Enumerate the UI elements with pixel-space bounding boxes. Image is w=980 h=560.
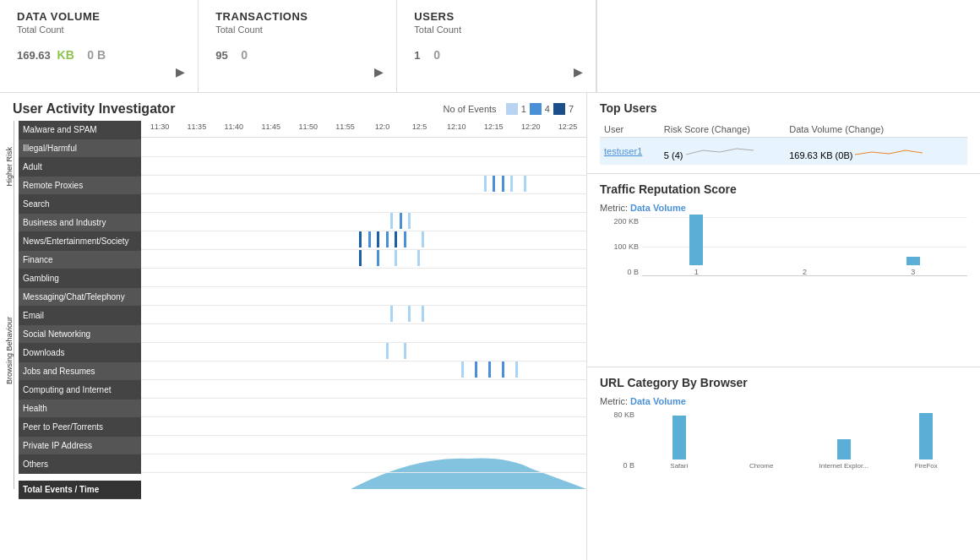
data-volume-sub: Total Count — [17, 24, 181, 35]
safari-rect — [672, 416, 686, 459]
cat-p2p: Peer to Peer/Torrents — [19, 418, 141, 437]
transactions-value: 95 0 ▶ — [215, 38, 379, 65]
time-header: 11:30 11:35 11:40 11:45 11:50 11:55 12:0… — [141, 121, 586, 138]
cat-downloads: Downloads — [19, 344, 141, 362]
heatmap-grid — [141, 138, 586, 535]
ts-125: 12:5 — [400, 122, 438, 135]
bar-2: 2 — [750, 265, 858, 276]
top-users-card: Top Users User Risk Score (Change) Data … — [587, 93, 980, 174]
cat-adult: Adult — [19, 158, 141, 177]
hm-news-1 — [359, 249, 362, 266]
right-panel: Top Users User Risk Score (Change) Data … — [587, 93, 980, 560]
users-card: USERS Total Count 1 0 ▶ — [397, 0, 596, 92]
hm-adult-2 — [493, 175, 495, 192]
ts-1145: 11:45 — [253, 122, 290, 135]
bar-1-rect — [689, 215, 703, 265]
dv-number: 169.63 — [17, 49, 51, 62]
hm-biz-1 — [359, 231, 362, 247]
hm-biz-5 — [395, 231, 397, 247]
cat-illegal: Illegal/Harmful — [19, 139, 141, 158]
higher-risk-label: Higher Risk — [5, 147, 14, 187]
tx-arrow: ▶ — [374, 66, 383, 79]
hm-news-4 — [417, 249, 420, 266]
risk-sparkline — [686, 142, 754, 159]
url-category-title: URL Category By Browser — [600, 376, 967, 389]
cat-jobs: Jobs and Resumes — [19, 362, 141, 381]
col-user: User — [600, 122, 660, 138]
ts-120: 12:0 — [364, 122, 401, 135]
top-users-title: Top Users — [600, 101, 967, 115]
safari-bar: Safari — [638, 410, 721, 470]
bar-3-rect — [906, 257, 920, 265]
traffic-metric-value[interactable]: Data Volume — [630, 203, 686, 213]
ts-1220: 12:20 — [512, 122, 549, 135]
ts-1210: 12:10 — [438, 122, 475, 135]
hm-dl-2 — [475, 361, 477, 378]
users-table: User Risk Score (Change) Data Volume (Ch… — [600, 122, 967, 165]
traffic-metric-label: Metric: Data Volume — [600, 203, 967, 213]
cat-social: Social Networking — [19, 325, 141, 344]
legend-box-7 — [553, 103, 565, 115]
hm-adult-3 — [502, 175, 504, 192]
traffic-chart-inner: 1 2 3 — [642, 217, 967, 293]
hm-search-1 — [390, 212, 393, 229]
users-value: 1 0 ▶ — [414, 38, 578, 65]
traffic-reputation-card: Traffic Reputation Score Metric: Data Vo… — [587, 174, 980, 367]
traffic-reputation-title: Traffic Reputation Score — [600, 182, 967, 196]
col-risk: Risk Score (Change) — [660, 122, 785, 138]
chart-bars: 1 2 3 — [642, 217, 967, 276]
us-number: 1 — [414, 49, 420, 62]
dv-extra: 0 B — [87, 48, 106, 62]
hm-dl-4 — [502, 361, 504, 378]
url-metric-value[interactable]: Data Volume — [630, 396, 686, 406]
risk-score: 5 (4) — [664, 150, 683, 160]
ts-1130: 11:30 — [141, 122, 178, 135]
volume-sparkline — [855, 142, 923, 159]
transactions-sub: Total Count — [215, 24, 379, 35]
dv-unit: KB — [57, 48, 74, 62]
ts-1150: 11:50 — [290, 122, 327, 135]
us-extra: 0 — [433, 48, 440, 62]
hm-msg-3 — [422, 305, 424, 322]
ts-1215: 12:15 — [475, 122, 512, 135]
browser-y-axis: 80 KB 0 B — [600, 410, 638, 470]
risk-cell: 5 (4) — [660, 138, 785, 166]
firefox-bar: FireFox — [885, 410, 968, 470]
hm-dl-5 — [515, 361, 518, 378]
volume-value: 169.63 KB (0B) — [789, 150, 852, 160]
traffic-chart: 200 KB 100 KB 0 B 1 — [600, 217, 967, 293]
legend-val-4: 4 — [545, 104, 550, 114]
cat-gambling: Gambling — [19, 269, 141, 288]
hm-social-1 — [386, 342, 389, 359]
hm-biz-4 — [386, 231, 389, 247]
us-arrow: ▶ — [574, 66, 582, 79]
legend-val-1: 1 — [521, 104, 526, 114]
traffic-y-axis: 200 KB 100 KB 0 B — [600, 217, 642, 276]
cat-messaging: Messaging/Chat/Telephony — [19, 288, 141, 307]
col-volume: Data Volume (Change) — [785, 122, 967, 138]
hm-biz-3 — [377, 231, 379, 247]
legend-box-1 — [506, 103, 518, 115]
hm-social-2 — [404, 342, 406, 359]
hm-msg-2 — [408, 305, 411, 322]
user-link[interactable]: testuser1 — [604, 146, 642, 156]
total-hump-svg — [351, 452, 586, 489]
data-volume-title: DATA VOLUME — [17, 10, 181, 23]
hm-news-2 — [377, 249, 379, 266]
browsing-behaviour-label: Browsing Behaviour — [5, 317, 14, 384]
transactions-title: TRANSACTIONS — [215, 10, 379, 23]
user-cell: testuser1 — [600, 138, 660, 166]
data-volume-value: 169.63 KB 0 B ▶ — [17, 38, 181, 65]
hm-msg-1 — [390, 305, 393, 322]
hm-search-2 — [400, 212, 402, 229]
cat-total: Total Events / Time — [19, 481, 141, 499]
table-row: testuser1 5 (4) 169.63 KB (0B) — [600, 138, 967, 166]
hm-adult-4 — [510, 175, 513, 192]
hm-dl-1 — [461, 361, 464, 378]
hm-biz-2 — [368, 231, 371, 247]
cat-health: Health — [19, 400, 141, 418]
url-metric-label: Metric: Data Volume — [600, 396, 967, 406]
hm-news-3 — [395, 249, 397, 266]
hm-biz-6 — [404, 231, 406, 247]
cat-business: Business and Industry — [19, 214, 141, 232]
